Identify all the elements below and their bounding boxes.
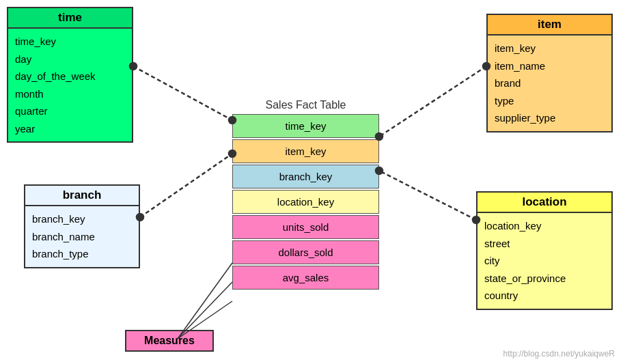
location-dimension-table: location location_key street city state_… bbox=[476, 191, 613, 310]
fact-row-time-key: time_key bbox=[232, 114, 379, 138]
branch-field-3: branch_type bbox=[32, 245, 132, 263]
watermark: http://blog.csdn.net/yukaiqweR bbox=[503, 349, 615, 359]
time-table-body: time_key day day_of_the_week month quart… bbox=[8, 29, 132, 141]
branch-table-header: branch bbox=[25, 186, 139, 206]
item-field-3: brand bbox=[495, 74, 605, 92]
fact-row-units-sold: units_sold bbox=[232, 215, 379, 239]
branch-arrow bbox=[140, 154, 232, 217]
item-field-1: item_key bbox=[495, 40, 605, 57]
item-field-5: supplier_type bbox=[495, 109, 605, 127]
item-field-2: item_name bbox=[495, 57, 605, 75]
measures-line-1 bbox=[178, 263, 232, 339]
location-field-5: country bbox=[484, 287, 605, 305]
location-field-2: street bbox=[484, 235, 605, 253]
fact-row-location-key: location_key bbox=[232, 190, 379, 214]
fact-row-item-key: item_key bbox=[232, 139, 379, 163]
item-table-header: item bbox=[488, 15, 611, 36]
item-arrow bbox=[379, 66, 486, 137]
fact-row-avg-sales: avg_sales bbox=[232, 266, 379, 290]
time-field-3: day_of_the_week bbox=[15, 68, 125, 85]
fact-row-branch-key: branch_key bbox=[232, 165, 379, 188]
time-table-header: time bbox=[8, 8, 132, 29]
time-field-6: year bbox=[15, 120, 125, 138]
fact-row-dollars-sold: dollars_sold bbox=[232, 240, 379, 264]
branch-field-2: branch_name bbox=[32, 228, 132, 246]
diagram-container: time time_key day day_of_the_week month … bbox=[0, 0, 623, 364]
time-field-2: day bbox=[15, 51, 125, 68]
branch-dimension-table: branch branch_key branch_name branch_typ… bbox=[24, 184, 140, 268]
location-field-4: state_or_province bbox=[484, 270, 605, 288]
fact-table: Sales Fact Table time_key item_key branc… bbox=[232, 99, 379, 291]
branch-table-body: branch_key branch_name branch_type bbox=[25, 206, 139, 267]
fact-table-label: Sales Fact Table bbox=[232, 99, 379, 111]
item-table-body: item_key item_name brand type supplier_t… bbox=[488, 36, 611, 131]
time-field-4: month bbox=[15, 85, 125, 103]
time-arrow bbox=[133, 66, 232, 120]
location-table-header: location bbox=[477, 193, 611, 213]
item-field-4: type bbox=[495, 92, 605, 110]
time-field-1: time_key bbox=[15, 33, 125, 51]
branch-field-1: branch_key bbox=[32, 210, 132, 228]
measures-box: Measures bbox=[125, 330, 214, 352]
location-arrow bbox=[379, 171, 476, 220]
time-field-5: quarter bbox=[15, 102, 125, 120]
location-table-body: location_key street city state_or_provin… bbox=[477, 213, 611, 309]
time-dimension-table: time time_key day day_of_the_week month … bbox=[7, 7, 133, 143]
item-dimension-table: item item_key item_name brand type suppl… bbox=[486, 14, 613, 132]
location-field-3: city bbox=[484, 252, 605, 270]
location-field-1: location_key bbox=[484, 217, 605, 235]
